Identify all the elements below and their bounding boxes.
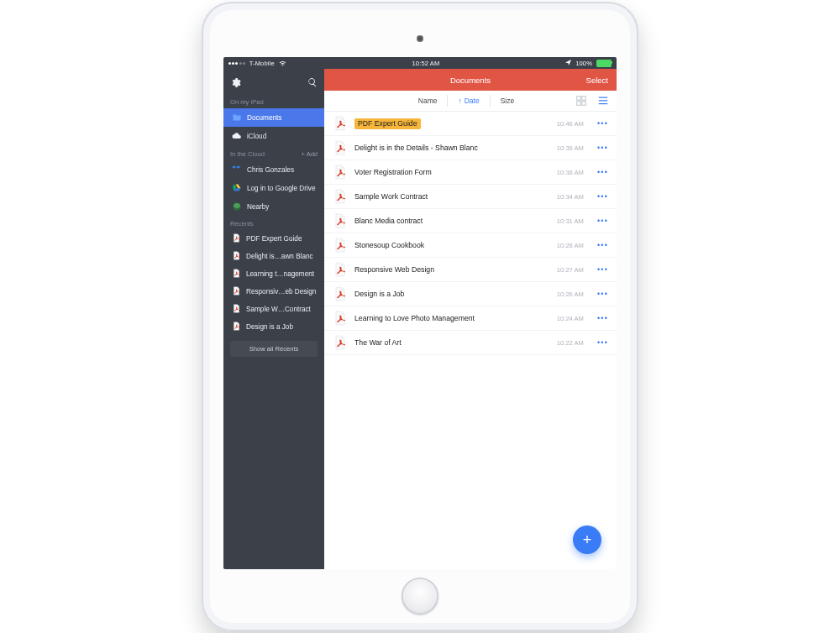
- pdf-icon: [333, 140, 348, 155]
- pdf-icon: [232, 304, 241, 315]
- cloud-icon: [232, 131, 242, 141]
- file-time: 10:38 AM: [550, 169, 584, 176]
- sidebar-item-label: Nearby: [247, 203, 269, 211]
- sidebar-item-log-in-to-google-drive[interactable]: Log in to Google Drive: [223, 179, 324, 197]
- file-row[interactable]: Stonesoup Cookbook10:28 AM•••: [324, 233, 617, 258]
- home-button[interactable]: [402, 578, 438, 615]
- nearby-icon: [232, 201, 242, 212]
- svg-rect-4: [582, 102, 586, 106]
- dropbox-icon: [232, 165, 242, 175]
- grid-icon: [576, 96, 586, 106]
- file-name: The War of Art: [354, 338, 543, 347]
- list-view-button[interactable]: [598, 96, 608, 106]
- folder-icon: [232, 112, 242, 123]
- more-button[interactable]: •••: [591, 144, 608, 152]
- more-button[interactable]: •••: [591, 290, 608, 298]
- more-button[interactable]: •••: [591, 192, 608, 201]
- file-row[interactable]: Delight is in the Details - Shawn Blanc1…: [324, 136, 617, 160]
- sidebar-item-label: Log in to Google Drive: [247, 185, 315, 192]
- sidebar-item-documents[interactable]: Documents: [223, 108, 324, 127]
- file-time: 10:31 AM: [550, 217, 584, 225]
- recent-item[interactable]: PDF Expert Guide: [223, 230, 324, 248]
- gear-icon: [230, 77, 241, 88]
- add-cloud-button[interactable]: + Add: [302, 150, 318, 158]
- sidebar-section-in-the-cloud: In the Cloud: [230, 150, 265, 158]
- file-time: 10:46 AM: [550, 120, 584, 128]
- file-name: Learning to Love Photo Management: [354, 314, 543, 322]
- file-row[interactable]: Sample Work Contract10:34 AM•••: [324, 185, 617, 209]
- statusbar-time: 10:52 AM: [412, 60, 440, 67]
- file-name: Stonesoup Cookbook: [354, 241, 543, 249]
- battery-icon: [596, 60, 612, 67]
- file-row[interactable]: Learning to Love Photo Management10:24 A…: [324, 306, 617, 331]
- more-button[interactable]: •••: [591, 119, 608, 128]
- recent-item[interactable]: Delight is…awn Blanc: [223, 248, 324, 265]
- file-name: Voter Registration Form: [354, 168, 543, 176]
- settings-button[interactable]: [230, 77, 241, 88]
- page-title: Documents: [324, 76, 617, 85]
- sort-date[interactable]: ↑Date: [448, 95, 490, 107]
- pdf-icon: [333, 238, 348, 253]
- recent-item[interactable]: Sample W…Contract: [223, 301, 324, 318]
- svg-rect-5: [599, 97, 608, 98]
- recent-item-label: Responsiv…eb Design: [246, 288, 316, 296]
- more-button[interactable]: •••: [591, 168, 608, 176]
- carrier-label: T-Mobile: [249, 60, 275, 67]
- pdf-icon: [333, 213, 348, 228]
- file-row[interactable]: Design is a Job10:26 AM•••: [324, 282, 617, 306]
- more-button[interactable]: •••: [591, 265, 608, 274]
- grid-view-button[interactable]: [576, 96, 586, 106]
- sidebar-item-label: Documents: [247, 114, 281, 122]
- file-name: Delight is in the Details - Shawn Blanc: [354, 144, 543, 152]
- recent-item-label: Sample W…Contract: [246, 306, 311, 313]
- search-icon: [307, 77, 318, 87]
- sidebar-item-nearby[interactable]: Nearby: [223, 197, 324, 216]
- search-button[interactable]: [307, 77, 318, 87]
- svg-rect-2: [582, 97, 586, 101]
- select-button[interactable]: Select: [586, 76, 608, 85]
- recent-item[interactable]: Responsiv…eb Design: [223, 283, 324, 301]
- more-button[interactable]: •••: [591, 241, 608, 249]
- file-row[interactable]: Blanc Media contract10:31 AM•••: [324, 209, 617, 233]
- pdf-icon: [232, 251, 241, 262]
- file-time: 10:26 AM: [550, 290, 584, 298]
- statusbar: T-Mobile 10:52 AM 100%: [223, 57, 617, 69]
- recent-item[interactable]: Learning t…nagement: [223, 265, 324, 283]
- file-name: Design is a Job: [354, 290, 543, 298]
- file-time: 10:28 AM: [550, 242, 584, 249]
- pdf-icon: [333, 189, 348, 204]
- pdf-icon: [232, 269, 241, 280]
- sort-name[interactable]: Name: [408, 95, 449, 107]
- svg-rect-3: [577, 102, 581, 106]
- file-row[interactable]: The War of Art10:22 AM•••: [324, 331, 617, 355]
- wifi-icon: [279, 60, 286, 66]
- more-button[interactable]: •••: [591, 314, 608, 322]
- device-screen: T-Mobile 10:52 AM 100%: [223, 57, 617, 569]
- arrow-up-icon: ↑: [458, 97, 461, 105]
- recent-item-label: Design is a Job: [246, 323, 293, 331]
- more-button[interactable]: •••: [591, 217, 608, 225]
- plus-icon: +: [583, 531, 592, 549]
- sidebar-item-chris-gonzales[interactable]: Chris Gonzales: [223, 160, 324, 179]
- file-row[interactable]: Responsive Web Design10:27 AM•••: [324, 258, 617, 282]
- add-button[interactable]: +: [573, 526, 601, 554]
- device-camera: [417, 35, 423, 42]
- file-row[interactable]: PDF Expert Guide10:46 AM•••: [324, 112, 617, 136]
- ipad-device-frame: T-Mobile 10:52 AM 100%: [202, 2, 638, 631]
- sort-size[interactable]: Size: [491, 95, 525, 107]
- file-name: Blanc Media contract: [354, 217, 543, 225]
- recent-item[interactable]: Design is a Job: [223, 318, 324, 336]
- file-name: Sample Work Contract: [354, 192, 543, 201]
- sidebar-section-recents: Recents: [223, 216, 324, 230]
- file-time: 10:39 AM: [550, 144, 584, 152]
- file-time: 10:34 AM: [550, 193, 584, 201]
- file-row[interactable]: Voter Registration Form10:38 AM•••: [324, 160, 617, 185]
- more-button[interactable]: •••: [591, 338, 608, 347]
- sort-bar: Name ↑Date Size: [324, 91, 617, 112]
- sidebar-item-icloud[interactable]: iCloud: [223, 127, 324, 145]
- pdf-icon: [333, 286, 348, 301]
- sidebar-item-label: Chris Gonzales: [247, 166, 294, 174]
- pdf-icon: [232, 286, 241, 297]
- show-all-recents-button[interactable]: Show all Recents: [230, 341, 318, 357]
- gdrive-icon: [232, 183, 242, 193]
